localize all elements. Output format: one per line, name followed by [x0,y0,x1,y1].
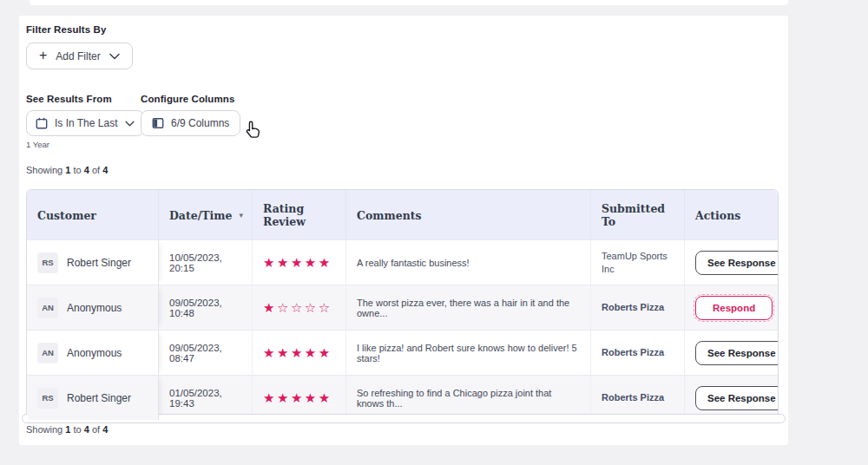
configure-columns-button[interactable]: 6/9 Columns [141,110,240,136]
results-summary-bottom: Showing 1 to 4 of 4 [26,424,108,435]
review-datetime: 09/05/2023, 08:47 [159,330,253,375]
star-rating: ★☆☆☆☆ [263,301,332,314]
header-rating[interactable]: Rating Review [253,190,346,239]
add-filter-button[interactable]: + Add Filter [26,43,133,69]
date-range-value: 1 Year [26,140,49,149]
avatar: RS [37,252,58,273]
sort-desc-icon[interactable]: ▾ [239,211,243,219]
add-filter-label: Add Filter [56,50,100,62]
columns-count-label: 6/9 Columns [171,117,229,129]
date-range-dropdown[interactable]: Is In The Last [26,110,144,136]
star-rating: ★★★★★ [263,346,332,359]
table-row: AN Anonymous 09/05/2023, 10:48 ★☆☆☆☆ The… [27,285,778,330]
review-comment: I like pizza! and Robert sure knows how … [346,330,591,375]
chevron-down-icon [125,117,135,129]
customer-name: Robert Singer [67,392,131,404]
see-results-from-label: See Results From [26,94,112,104]
avatar: AN [37,298,58,318]
customer-name: Anonymous [67,302,122,314]
submitted-to: Roberts Pizza [591,285,685,330]
review-comment: The worst pizza ever, there was a hair i… [346,285,591,330]
header-submitted-to[interactable]: Submitted To [591,190,685,239]
avatar: RS [37,388,58,409]
star-rating: ★★★★★ [263,391,332,404]
header-datetime[interactable]: Date/Time ▾ [159,190,253,239]
review-datetime: 09/05/2023, 10:48 [159,285,253,330]
star-rating: ★★★★★ [263,256,332,269]
results-card: Filter Results By + Add Filter See Resul… [19,16,788,445]
configure-columns-label: Configure Columns [141,94,234,104]
previous-card-edge [30,0,788,5]
header-comments[interactable]: Comments [346,190,591,239]
date-range-label: Is In The Last [55,117,118,129]
see-response-button[interactable]: See Response [695,251,779,275]
see-response-button[interactable]: See Response [695,386,779,410]
customer-name: Robert Singer [67,257,131,269]
filter-results-by-label: Filter Results By [26,24,106,35]
table-row: RS Robert Singer 10/05/2023, 20:15 ★★★★★… [27,239,778,285]
see-response-button[interactable]: See Response [695,341,779,365]
submitted-to: Roberts Pizza [591,330,685,375]
avatar: AN [37,343,58,363]
review-comment: A really fantastic business! [346,239,591,285]
cursor-icon [242,120,261,144]
plus-icon: + [39,49,47,62]
results-summary-top: Showing 1 to 4 of 4 [26,165,108,175]
customer-name: Anonymous [67,347,122,359]
reviews-table: Customer Date/Time ▾ Rating Review Comme… [26,189,779,421]
review-datetime: 10/05/2023, 20:15 [159,239,253,285]
respond-button[interactable]: Respond [695,296,773,320]
table-header-row: Customer Date/Time ▾ Rating Review Comme… [27,190,778,239]
calendar-icon [36,117,48,129]
header-actions: Actions [685,190,779,239]
table-row: AN Anonymous 09/05/2023, 08:47 ★★★★★ I l… [27,330,778,375]
columns-icon [152,117,164,129]
chevron-down-icon [109,50,120,62]
submitted-to: TeamUp Sports Inc [591,239,685,285]
header-customer[interactable]: Customer [27,190,159,239]
